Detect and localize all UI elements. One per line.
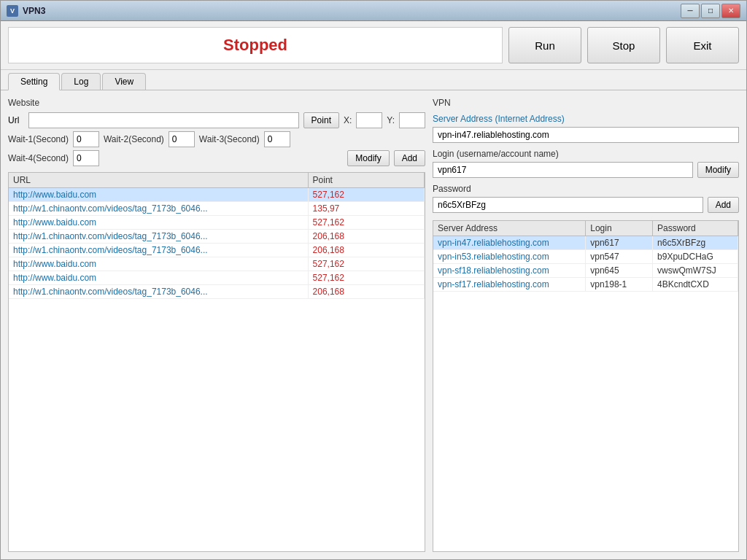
wait3-label: Wait-3(Second) [199, 134, 260, 144]
vpn-server-cell: vpn-in47.reliablehosting.com [438, 238, 549, 248]
url-table-row[interactable]: http://w1.chinaontv.com/videos/tag_7173b… [9, 285, 425, 299]
server-address-input[interactable] [433, 127, 739, 143]
app-icon: V [7, 5, 18, 17]
status-text: Stopped [223, 36, 287, 55]
point-cell: 206,168 [313, 287, 344, 297]
vpn-table-row[interactable]: vpn-sf17.reliablehosting.com vpn198-1 4B… [433, 278, 738, 292]
url-table-row[interactable]: http://www.baidu.com 527,162 [9, 216, 425, 230]
vpn-table: Server Address Login Password vpn-in47.r… [433, 221, 738, 292]
restore-button[interactable]: □ [701, 4, 720, 18]
vpn-table-container: Server Address Login Password vpn-in47.r… [433, 220, 739, 552]
y-input[interactable] [399, 112, 425, 128]
password-row: Add [433, 197, 739, 213]
status-panel: Stopped [8, 27, 503, 63]
vpn-server-cell: vpn-sf18.reliablehosting.com [438, 265, 549, 276]
url-cell: http://www.baidu.com [13, 217, 96, 228]
url-cell: http://w1.chinaontv.com/videos/tag_7173b… [13, 231, 208, 241]
wait-row-2: Wait-4(Second) Modify Add [8, 150, 425, 166]
tab-log[interactable]: Log [61, 73, 101, 90]
point-cell: 206,168 [313, 245, 344, 255]
vpn-table-row[interactable]: vpn-in53.reliablehosting.com vpn547 b9Xp… [433, 250, 738, 264]
point-cell: 527,162 [313, 259, 344, 269]
toolbar: Stopped Run Stop Exit [1, 21, 746, 70]
password-input[interactable] [433, 197, 703, 213]
x-label: X: [344, 115, 352, 125]
point-cell: 206,168 [313, 231, 344, 241]
right-panel: VPN Server Address (Internet Address) Lo… [433, 98, 739, 552]
point-cell: 527,162 [313, 273, 344, 283]
add-vpn-button[interactable]: Add [708, 197, 739, 213]
x-input[interactable] [356, 112, 382, 128]
vpn-login-cell: vpn198-1 [590, 279, 627, 289]
server-address-label: Server Address (Internet Address) [433, 114, 739, 124]
vpn-pw-cell: vwswQmW7SJ [657, 265, 716, 276]
website-label: Website [8, 98, 425, 108]
vpn-section: VPN Server Address (Internet Address) Lo… [433, 98, 739, 213]
vpn-server-col: Server Address [433, 221, 586, 236]
modify-url-button[interactable]: Modify [347, 150, 389, 166]
url-table-row[interactable]: http://www.baidu.com 527,162 [9, 188, 425, 202]
exit-button[interactable]: Exit [666, 27, 739, 63]
url-label: Url [8, 115, 24, 125]
url-table-row[interactable]: http://w1.chinaontv.com/videos/tag_7173b… [9, 202, 425, 216]
vpn-login-cell: vpn547 [590, 252, 619, 262]
url-table-row[interactable]: http://w1.chinaontv.com/videos/tag_7173b… [9, 230, 425, 244]
vpn-pw-cell: 4BKcndtCXD [657, 279, 709, 289]
add-url-button[interactable]: Add [394, 150, 425, 166]
tab-setting[interactable]: Setting [8, 73, 60, 90]
main-content: Website Url Point X: Y: Wait-1(Second) W… [1, 90, 746, 559]
wait1-label: Wait-1(Second) [8, 134, 69, 144]
url-cell: http://w1.chinaontv.com/videos/tag_7173b… [13, 203, 208, 214]
login-input[interactable] [433, 162, 693, 178]
website-section: Website Url Point X: Y: Wait-1(Second) W… [8, 98, 425, 166]
tab-view[interactable]: View [102, 73, 146, 90]
url-table-row[interactable]: http://w1.chinaontv.com/videos/tag_7173b… [9, 244, 425, 257]
point-col-header: Point [308, 173, 424, 188]
vpn-server-cell: vpn-in53.reliablehosting.com [438, 252, 549, 262]
vpn-login-cell: vpn645 [590, 265, 619, 276]
url-cell: http://www.baidu.com [13, 273, 96, 283]
login-row: Modify [433, 162, 739, 178]
vpn-section-label: VPN [433, 98, 739, 108]
url-col-header: URL [9, 173, 308, 188]
wait2-input[interactable] [169, 131, 195, 147]
minimize-button[interactable]: ─ [681, 4, 700, 18]
y-label: Y: [387, 115, 395, 125]
wait1-input[interactable] [73, 131, 99, 147]
url-cell: http://w1.chinaontv.com/videos/tag_7173b… [13, 287, 208, 297]
url-row: Url Point X: Y: [8, 112, 425, 128]
url-cell: http://w1.chinaontv.com/videos/tag_7173b… [13, 245, 208, 255]
close-button[interactable]: ✕ [721, 4, 740, 18]
point-cell: 135,97 [313, 203, 340, 214]
vpn-server-cell: vpn-sf17.reliablehosting.com [438, 279, 549, 289]
wait3-input[interactable] [264, 131, 290, 147]
run-button[interactable]: Run [508, 27, 581, 63]
tabs-bar: Setting Log View [1, 70, 746, 90]
url-input[interactable] [28, 112, 299, 128]
vpn-table-row[interactable]: vpn-in47.reliablehosting.com vpn617 n6c5… [433, 236, 738, 250]
url-table-row[interactable]: http://www.baidu.com 527,162 [9, 271, 425, 285]
vpn-pw-cell: n6c5XrBFzg [657, 238, 705, 248]
vpn-login-cell: vpn617 [590, 238, 619, 248]
password-label: Password [433, 184, 739, 194]
url-cell: http://www.baidu.com [13, 190, 96, 200]
wait4-input[interactable] [73, 150, 99, 166]
url-cell: http://www.baidu.com [13, 259, 96, 269]
vpn-pw-cell: b9XpuDCHaG [657, 252, 713, 262]
left-panel: Website Url Point X: Y: Wait-1(Second) W… [8, 98, 425, 552]
title-bar: V VPN3 ─ □ ✕ [1, 1, 746, 21]
point-cell: 527,162 [313, 190, 344, 200]
url-table-row[interactable]: http://www.baidu.com 527,162 [9, 257, 425, 271]
window-title: VPN3 [23, 6, 676, 16]
vpn-pw-col: Password [653, 221, 738, 236]
url-table-container: URL Point http://www.baidu.com 527,162 h… [8, 172, 425, 552]
point-button[interactable]: Point [303, 112, 339, 128]
modify-vpn-button[interactable]: Modify [697, 162, 739, 178]
wait4-label: Wait-4(Second) [8, 153, 69, 163]
vpn-login-col: Login [586, 221, 653, 236]
point-cell: 527,162 [313, 217, 344, 228]
vpn-table-row[interactable]: vpn-sf18.reliablehosting.com vpn645 vwsw… [433, 264, 738, 278]
stop-button[interactable]: Stop [587, 27, 660, 63]
wait-row-1: Wait-1(Second) Wait-2(Second) Wait-3(Sec… [8, 131, 425, 147]
wait2-label: Wait-2(Second) [104, 134, 164, 144]
